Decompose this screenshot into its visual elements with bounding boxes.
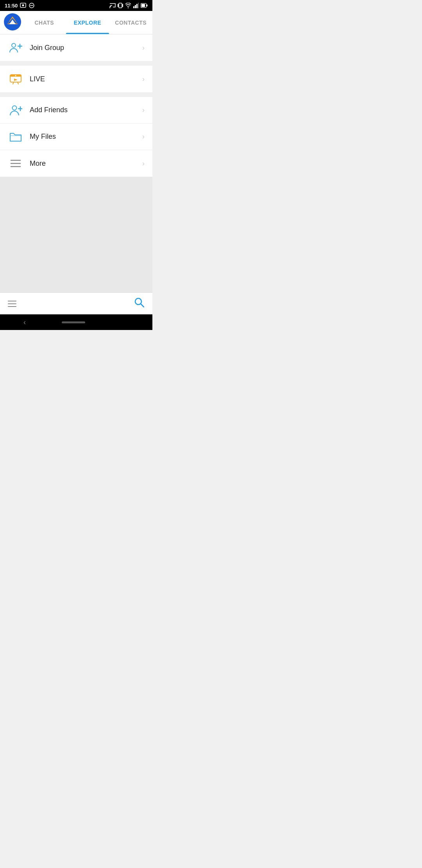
empty-area <box>0 177 152 310</box>
svg-rect-10 <box>135 5 136 8</box>
vibrate-icon <box>118 2 123 9</box>
svg-rect-5 <box>119 3 122 8</box>
header: CHATS EXPLORE CONTACTS <box>0 11 152 34</box>
svg-point-8 <box>128 7 129 8</box>
add-friends-label: Add Friends <box>30 106 142 114</box>
svg-rect-11 <box>136 4 138 8</box>
no-disturb-icon <box>29 2 35 9</box>
tab-explore[interactable]: EXPLORE <box>66 11 109 34</box>
screen-record-icon <box>20 2 26 9</box>
svg-point-4 <box>109 7 110 8</box>
add-friends-icon <box>8 102 23 118</box>
hamburger-line-1 <box>8 301 16 301</box>
divider-1 <box>0 61 152 66</box>
svg-line-33 <box>141 304 144 307</box>
logo-svg <box>4 13 21 30</box>
add-friends-chevron: › <box>142 106 145 114</box>
join-group-svg <box>9 42 22 54</box>
live-icon <box>8 71 23 87</box>
status-bar: 11:50 <box>0 0 152 11</box>
svg-rect-12 <box>138 3 139 8</box>
signal-icon <box>133 3 139 8</box>
live-chevron: › <box>142 75 145 83</box>
svg-point-1 <box>22 4 24 6</box>
navigation-bar: ‹ <box>0 314 152 330</box>
menu-item-join-group[interactable]: Join Group › <box>0 34 152 61</box>
svg-rect-14 <box>141 4 145 7</box>
more-icon <box>8 156 23 171</box>
search-icon <box>134 297 145 308</box>
back-button[interactable]: ‹ <box>23 318 26 326</box>
hamburger-button[interactable] <box>8 301 16 307</box>
add-friends-svg <box>9 104 22 116</box>
join-group-icon <box>8 40 23 56</box>
live-label: LIVE <box>30 75 142 83</box>
tab-contacts[interactable]: CONTACTS <box>109 11 152 34</box>
main-content: Join Group › <box>0 34 152 330</box>
menu-group-3: Add Friends › My Files › <box>0 97 152 177</box>
menu-item-live[interactable]: LIVE › <box>0 66 152 92</box>
app-container: 11:50 <box>0 0 152 330</box>
status-right <box>109 2 148 9</box>
time-display: 11:50 <box>5 3 18 9</box>
bottom-bar <box>0 292 152 314</box>
menu-group-1: Join Group › <box>0 34 152 61</box>
menu-item-my-files[interactable]: My Files › <box>0 124 152 150</box>
my-files-svg <box>9 131 22 143</box>
svg-point-26 <box>13 106 17 110</box>
divider-2 <box>0 92 152 97</box>
my-files-chevron: › <box>142 133 145 141</box>
join-group-chevron: › <box>142 44 145 52</box>
svg-point-32 <box>135 298 141 305</box>
my-files-icon <box>8 129 23 145</box>
home-pill[interactable] <box>62 321 85 323</box>
more-label: More <box>30 160 142 168</box>
join-group-label: Join Group <box>30 44 142 52</box>
tab-chats[interactable]: CHATS <box>23 11 66 34</box>
svg-marker-23 <box>14 79 18 81</box>
search-button[interactable] <box>134 297 145 310</box>
live-svg <box>9 73 22 85</box>
menu-item-add-friends[interactable]: Add Friends › <box>0 97 152 124</box>
menu-item-more[interactable]: More › <box>0 150 152 177</box>
cast-icon <box>109 3 116 8</box>
app-logo[interactable] <box>0 13 23 32</box>
battery-icon <box>141 3 148 8</box>
wifi-icon <box>125 3 131 8</box>
svg-point-22 <box>15 75 16 76</box>
my-files-label: My Files <box>30 133 142 141</box>
menu-group-2: LIVE › <box>0 66 152 92</box>
svg-point-17 <box>12 43 16 47</box>
svg-rect-15 <box>147 5 148 7</box>
more-chevron: › <box>142 160 145 168</box>
more-svg <box>9 158 22 169</box>
hamburger-line-2 <box>8 303 16 304</box>
hamburger-line-3 <box>8 306 16 307</box>
svg-rect-9 <box>133 6 134 8</box>
tab-bar: CHATS EXPLORE CONTACTS <box>23 11 152 34</box>
status-left: 11:50 <box>5 2 35 9</box>
